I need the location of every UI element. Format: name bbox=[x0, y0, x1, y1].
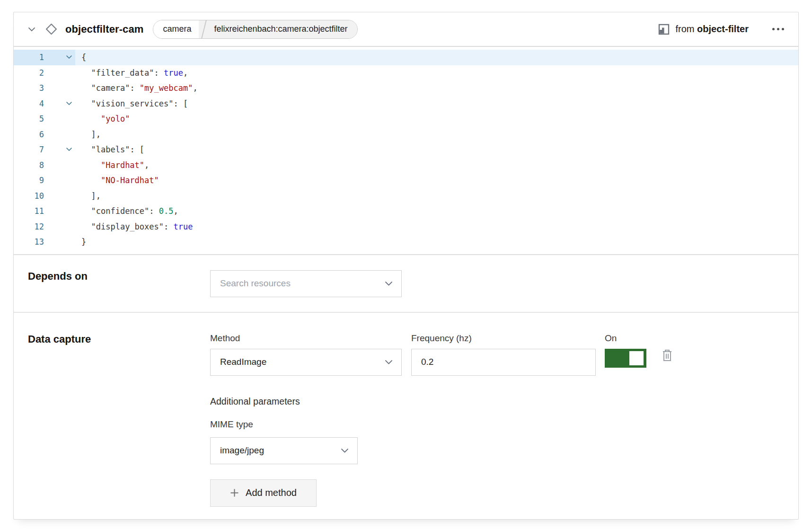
on-label: On bbox=[605, 333, 646, 344]
mime-type-select[interactable]: image/jpeg bbox=[210, 437, 358, 464]
code-line-2[interactable]: 2 "filter_data": true, bbox=[14, 65, 798, 81]
frequency-input[interactable] bbox=[421, 357, 587, 367]
code-line-9[interactable]: 9 "NO-Hardhat" bbox=[14, 173, 798, 188]
from-module-text: from object-filter bbox=[676, 24, 749, 35]
line-number: 6 bbox=[14, 127, 44, 142]
add-method-button[interactable]: Add method bbox=[210, 479, 317, 507]
line-number: 12 bbox=[14, 219, 44, 235]
line-number: 9 bbox=[14, 173, 44, 188]
fold-chevron-down-icon[interactable] bbox=[44, 96, 75, 112]
code-line-11[interactable]: 11 "confidence": 0.5, bbox=[14, 203, 798, 219]
method-select[interactable]: ReadImage bbox=[210, 349, 402, 376]
badge-divider bbox=[199, 20, 211, 38]
code-line-7[interactable]: 7 "labels": [ bbox=[14, 142, 798, 158]
line-number: 2 bbox=[14, 65, 44, 81]
delete-method-trash-icon[interactable] bbox=[661, 348, 673, 376]
code-text: } bbox=[75, 234, 86, 250]
line-number: 13 bbox=[14, 234, 44, 250]
code-text: ], bbox=[75, 127, 101, 142]
code-text: { bbox=[75, 50, 86, 65]
resource-config-card: objectfilter-cam camera felixreichenbach… bbox=[13, 12, 799, 520]
capture-on-toggle[interactable] bbox=[605, 349, 646, 368]
additional-parameters-label: Additional parameters bbox=[210, 396, 798, 407]
line-number: 1 bbox=[14, 50, 44, 65]
module-icon bbox=[658, 24, 670, 35]
line-number: 5 bbox=[14, 111, 44, 127]
chevron-down-icon bbox=[341, 448, 349, 453]
code-line-1[interactable]: 1{ bbox=[14, 50, 798, 65]
code-line-5[interactable]: 5 "yolo" bbox=[14, 111, 798, 127]
toggle-knob bbox=[629, 351, 644, 365]
mime-type-value: image/jpeg bbox=[220, 445, 341, 456]
code-line-3[interactable]: 3 "camera": "my_webcam", bbox=[14, 80, 798, 96]
line-number: 4 bbox=[14, 96, 44, 112]
resource-name: objectfilter-cam bbox=[65, 23, 143, 35]
code-line-8[interactable]: 8 "Hardhat", bbox=[14, 158, 798, 173]
code-line-10[interactable]: 10 ], bbox=[14, 188, 798, 204]
line-number: 3 bbox=[14, 80, 44, 96]
code-text: "NO-Hardhat" bbox=[75, 173, 159, 188]
depends-on-select[interactable]: Search resources bbox=[210, 270, 402, 297]
collapse-chevron-down-icon[interactable] bbox=[27, 25, 36, 34]
code-line-6[interactable]: 6 ], bbox=[14, 127, 798, 142]
code-line-13[interactable]: 13} bbox=[14, 234, 798, 250]
resource-model-badge: felixreichenbach:camera:objectfilter bbox=[211, 20, 357, 38]
add-method-label: Add method bbox=[246, 487, 297, 498]
code-text: "vision_services": [ bbox=[75, 96, 188, 112]
more-options-ellipsis-icon[interactable] bbox=[771, 25, 785, 33]
line-number: 7 bbox=[14, 142, 44, 158]
code-text: "Hardhat", bbox=[75, 158, 149, 173]
frequency-label: Frequency (hz) bbox=[411, 333, 596, 344]
depends-on-placeholder: Search resources bbox=[220, 278, 385, 289]
mime-type-label: MIME type bbox=[210, 419, 798, 430]
code-text: "camera": "my_webcam", bbox=[75, 80, 198, 96]
plus-icon bbox=[230, 488, 239, 497]
data-capture-label: Data capture bbox=[28, 333, 210, 345]
code-line-4[interactable]: 4 "vision_services": [ bbox=[14, 96, 798, 112]
method-label: Method bbox=[210, 333, 402, 344]
resource-type-model-badge: camera felixreichenbach:camera:objectfil… bbox=[153, 20, 357, 39]
module-name: object-filter bbox=[697, 24, 749, 34]
code-text: "confidence": 0.5, bbox=[75, 203, 178, 219]
method-value: ReadImage bbox=[220, 357, 385, 367]
code-text: "display_boxes": true bbox=[75, 219, 193, 235]
depends-on-label: Depends on bbox=[28, 270, 210, 283]
code-text: "filter_data": true, bbox=[75, 65, 188, 81]
code-text: ], bbox=[75, 188, 101, 204]
data-capture-section: Data capture Method ReadImage Frequency … bbox=[14, 313, 798, 507]
frequency-input-wrap bbox=[411, 349, 596, 376]
code-text: "labels": [ bbox=[75, 142, 144, 158]
chevron-down-icon bbox=[385, 281, 393, 286]
line-number: 11 bbox=[14, 203, 44, 219]
code-line-12[interactable]: 12 "display_boxes": true bbox=[14, 219, 798, 235]
code-text: "yolo" bbox=[75, 111, 130, 127]
chevron-down-icon bbox=[385, 360, 393, 365]
code-editor[interactable]: 1{2 "filter_data": true,3 "camera": "my_… bbox=[14, 47, 798, 255]
depends-on-section: Depends on Search resources bbox=[14, 255, 798, 313]
line-number: 8 bbox=[14, 158, 44, 173]
fold-chevron-down-icon[interactable] bbox=[44, 142, 75, 158]
line-number: 10 bbox=[14, 188, 44, 204]
resource-diamond-icon bbox=[45, 23, 58, 35]
card-header: objectfilter-cam camera felixreichenbach… bbox=[14, 12, 798, 47]
resource-type-badge: camera bbox=[153, 20, 199, 38]
fold-chevron-down-icon[interactable] bbox=[44, 50, 75, 65]
